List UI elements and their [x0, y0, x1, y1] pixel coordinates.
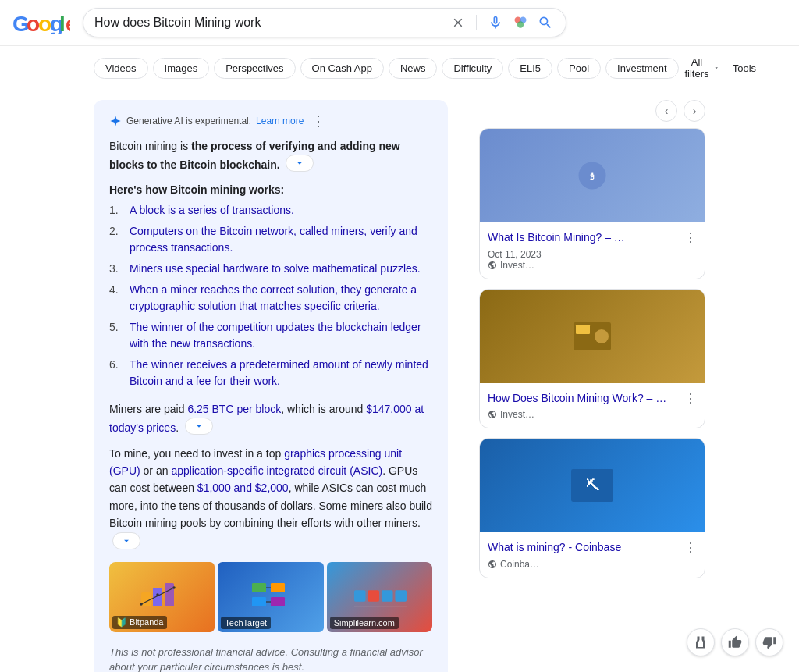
mine-show-more-button[interactable] — [112, 532, 140, 549]
filter-tab-perspectives[interactable]: Perspectives — [214, 58, 295, 79]
chevron-down-icon — [194, 421, 204, 432]
all-filters-button[interactable]: All filters — [684, 52, 720, 84]
svg-rect-11 — [165, 583, 174, 606]
main-content: Generative AI is experimental. Learn mor… — [0, 84, 799, 672]
image-strip: 🔰 Bitpanda TechTarget — [109, 562, 432, 632]
ai-list-item-6: 6.The winner receives a predetermined am… — [109, 357, 432, 389]
card-more-button[interactable]: ⋮ — [684, 540, 697, 555]
all-filters-label: All filters — [684, 56, 711, 80]
card-more-button[interactable]: ⋮ — [684, 230, 697, 245]
ai-list: 1.A block is a series of transactions.2.… — [109, 202, 432, 389]
filter-tab-investment[interactable]: Investment — [605, 58, 679, 79]
filter-right: All filters Tools — [684, 52, 756, 84]
svg-text:⛏: ⛏ — [586, 478, 599, 493]
ai-more-button[interactable]: ⋮ — [311, 112, 325, 130]
card-body: How Does Bitcoin Mining Work? – … ⋮ Inve… — [480, 383, 705, 428]
ai-list-item-5: 5.The winner of the competition updates … — [109, 319, 432, 352]
learn-more-link[interactable]: Learn more — [256, 116, 304, 126]
close-icon — [451, 16, 465, 30]
svg-point-14 — [156, 593, 159, 596]
svg-point-34 — [595, 329, 609, 343]
ai-main-text: Bitcoin mining is the process of verifyi… — [109, 137, 432, 174]
tools-label: Tools — [733, 62, 756, 74]
ai-list-item-1: 1.A block is a series of transactions. — [109, 202, 432, 219]
search-bar[interactable] — [83, 8, 566, 37]
lab-button[interactable] — [687, 628, 715, 656]
ai-section: Generative AI is experimental. Learn mor… — [94, 100, 448, 672]
tools-button[interactable]: Tools — [733, 59, 756, 78]
filter-tab-pool[interactable]: Pool — [557, 58, 601, 79]
source-card-2[interactable]: How Does Bitcoin Mining Work? – … ⋮ Inve… — [479, 289, 705, 429]
ai-list-item-4: 4.When a miner reaches the correct solut… — [109, 282, 432, 315]
source-card-1[interactable]: ₿ What Is Bitcoin Mining? – … ⋮ Oct 11, … — [479, 128, 705, 279]
filter-tabs: VideosImagesPerspectivesOn Cash AppNewsD… — [0, 46, 799, 84]
card-more-button[interactable]: ⋮ — [684, 391, 697, 406]
voice-search-button[interactable] — [486, 13, 505, 32]
ai-sparkle-icon — [109, 115, 122, 127]
thumbs-up-icon — [728, 635, 742, 649]
svg-rect-19 — [271, 597, 285, 606]
card-body: What Is Bitcoin Mining? – … ⋮ Oct 11, 20… — [480, 222, 705, 279]
svg-rect-16 — [252, 583, 266, 592]
card-image: ⛏ — [480, 439, 705, 532]
camera-icon — [513, 15, 528, 30]
how-works-heading: Here's how Bitcoin mining works: — [109, 183, 432, 196]
filter-tab-eli5[interactable]: ELI5 — [508, 58, 552, 79]
bottom-actions — [687, 628, 783, 656]
card-source: Coinba… — [488, 559, 697, 570]
filter-tab-videos[interactable]: Videos — [94, 58, 148, 79]
svg-point-13 — [140, 603, 143, 606]
svg-rect-23 — [368, 590, 380, 602]
miners-text: Miners are paid 6.25 BTC per block, whic… — [109, 400, 432, 437]
source-globe-icon — [488, 261, 497, 270]
card-source: Invest… — [488, 260, 697, 271]
source-card-3[interactable]: ⛏ What is mining? - Coinbase ⋮ Coinba… — [479, 438, 705, 578]
filter-tab-on-cash-app[interactable]: On Cash App — [300, 58, 384, 79]
chevron-down-icon — [294, 158, 305, 169]
filter-tab-news[interactable]: News — [389, 58, 438, 79]
filter-tab-difficulty[interactable]: Difficulty — [442, 58, 503, 79]
svg-rect-33 — [576, 325, 590, 334]
svg-point-8 — [517, 21, 524, 27]
mine-text: To mine, you need to invest in a top gra… — [109, 445, 432, 551]
svg-rect-24 — [382, 590, 393, 602]
miners-show-more-button[interactable] — [185, 418, 213, 435]
search-input[interactable] — [94, 16, 443, 30]
card-title[interactable]: What is mining? - Coinbase — [488, 540, 621, 556]
image-bitpanda[interactable]: 🔰 Bitpanda — [109, 562, 215, 632]
search-submit-button[interactable] — [536, 13, 555, 32]
simplilearn-label: Simplilearn.com — [330, 617, 399, 629]
lab-icon — [694, 635, 708, 649]
card-title[interactable]: How Does Bitcoin Mining Work? – … — [488, 391, 666, 407]
bitpanda-label: 🔰 Bitpanda — [112, 616, 167, 629]
clear-search-button[interactable] — [449, 14, 467, 31]
microphone-icon — [488, 15, 503, 30]
ai-list-item-3: 3.Miners use special hardware to solve m… — [109, 261, 432, 277]
filter-tabs-list: VideosImagesPerspectivesOn Cash AppNewsD… — [94, 58, 679, 79]
source-globe-icon — [488, 410, 497, 419]
lens-search-button[interactable] — [511, 13, 530, 32]
chevron-down-icon — [121, 535, 132, 546]
card-image — [480, 290, 705, 383]
image-techtarget[interactable]: TechTarget — [218, 562, 323, 632]
left-panel: Generative AI is experimental. Learn mor… — [94, 100, 448, 672]
svg-rect-18 — [252, 597, 266, 606]
right-nav: ‹ › — [479, 100, 705, 122]
next-arrow-button[interactable]: › — [684, 100, 705, 122]
ai-list-item-2: 2.Computers on the Bitcoin network, call… — [109, 223, 432, 256]
right-cards: ₿ What Is Bitcoin Mining? – … ⋮ Oct 11, … — [479, 128, 705, 588]
thumbs-down-button[interactable] — [755, 628, 783, 656]
chevron-down-icon — [713, 63, 719, 73]
svg-text:₿: ₿ — [590, 172, 595, 181]
card-title[interactable]: What Is Bitcoin Mining? – … — [488, 230, 625, 246]
techtarget-label: TechTarget — [221, 617, 271, 629]
header: G o o g l e — [0, 0, 799, 46]
filter-tab-images[interactable]: Images — [153, 58, 210, 79]
image-simplilearn[interactable]: Simplilearn.com — [327, 562, 432, 632]
thumbs-down-icon — [762, 635, 776, 649]
prev-arrow-button[interactable]: ‹ — [655, 100, 677, 122]
card-date: Oct 11, 2023 — [488, 249, 697, 260]
thumbs-up-button[interactable] — [721, 628, 749, 656]
show-more-button[interactable] — [286, 155, 314, 172]
ai-label: Generative AI is experimental. Learn mor… — [109, 112, 432, 130]
